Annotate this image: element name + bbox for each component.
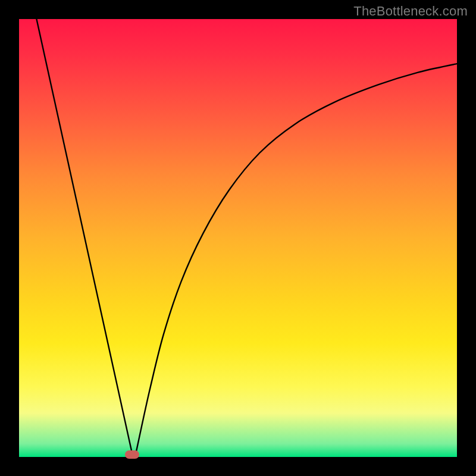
curve-layer (19, 19, 457, 457)
plot-area (19, 19, 457, 457)
chart-frame: TheBottleneck.com (0, 0, 476, 476)
left-segment (36, 19, 133, 457)
min-marker (125, 450, 139, 459)
watermark-text: TheBottleneck.com (353, 4, 468, 19)
right-segment (135, 64, 457, 457)
